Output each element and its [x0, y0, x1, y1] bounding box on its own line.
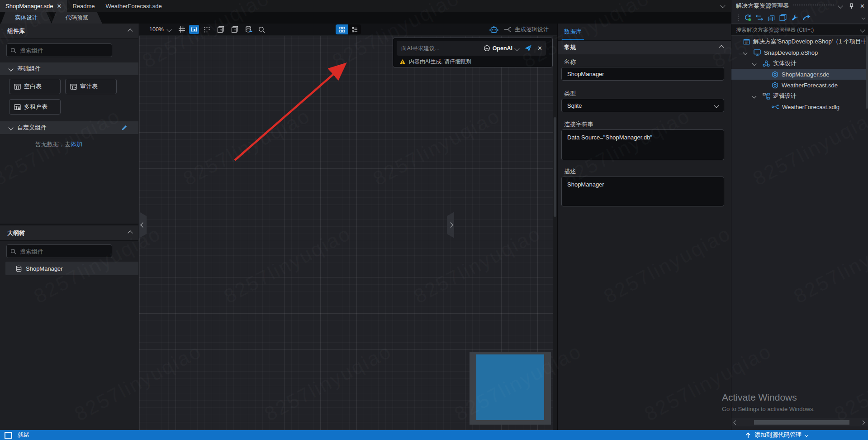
solution-icon	[743, 38, 750, 45]
subtab-code-preview[interactable]: 代码预览	[52, 12, 102, 24]
search-input[interactable]	[19, 248, 108, 255]
swap-arrows-icon[interactable]	[756, 14, 763, 21]
outline-tree-header[interactable]: 大纲树	[0, 225, 138, 241]
close-icon[interactable]: ✕	[537, 45, 542, 52]
section-general[interactable]: 常规	[558, 41, 731, 54]
send-icon[interactable]	[524, 44, 532, 52]
vertical-scrollbar[interactable]	[865, 36, 868, 416]
generate-logic-button[interactable]: 生成逻辑设计	[504, 24, 549, 35]
scrollbar-thumb[interactable]	[554, 117, 556, 217]
component-multitenant-table[interactable]: 多租户表	[9, 99, 61, 115]
name-input[interactable]	[561, 67, 724, 81]
status-bar: 就绪 添加到源代码管理	[0, 430, 868, 440]
entity-file-icon	[772, 71, 778, 78]
collapse-right-panel-handle[interactable]	[447, 212, 454, 238]
restore-layout-icon[interactable]	[5, 432, 12, 439]
list-view-button[interactable]	[348, 24, 361, 34]
minimap-viewport[interactable]	[476, 354, 544, 420]
tree-row-solution[interactable]: 解决方案'SnapDevelop.eShop'（1 个项目中的 1	[731, 36, 868, 47]
ai-prompt-field: OpenAI ✕	[397, 41, 546, 56]
copy-plus-icon	[217, 26, 224, 33]
design-canvas[interactable]: 100%	[139, 24, 557, 430]
warning-text: 内容由AI生成, 请仔细甄别	[409, 58, 471, 66]
expand-chevron-icon[interactable]	[752, 94, 757, 98]
ai-assistant-button[interactable]	[489, 24, 498, 35]
sync-icon[interactable]	[744, 14, 751, 21]
component-search	[6, 43, 112, 57]
horizontal-scrollbar[interactable]	[731, 418, 868, 426]
tree-row-entity-design[interactable]: 实体设计	[731, 58, 868, 69]
tree-row-logic-design[interactable]: 逻辑设计	[731, 91, 868, 101]
chevron-down-icon[interactable]	[860, 27, 865, 32]
minimap[interactable]	[470, 352, 551, 425]
tab-readme[interactable]: Readme	[67, 0, 100, 12]
scrollbar-thumb[interactable]	[866, 36, 868, 109]
document-tab-bar: ShopManager.sde ✕ Readme WeatherForecast…	[0, 0, 731, 12]
chevron-down-icon[interactable]	[838, 3, 843, 8]
section-basic-components[interactable]: 基础组件	[0, 62, 138, 75]
toolbar-overflow-chevron[interactable]	[862, 16, 865, 19]
jump-arrow-icon[interactable]	[803, 14, 811, 21]
tree-row-project[interactable]: SnapDevelop.eShop	[731, 47, 868, 58]
collapse-icon[interactable]	[719, 45, 724, 50]
app-window: ShopManager.sde ✕ Readme WeatherForecast…	[0, 0, 868, 440]
component-blank-table[interactable]: 空白表	[9, 79, 61, 94]
add-link[interactable]: 添加	[71, 141, 82, 148]
search-input[interactable]	[19, 47, 108, 54]
component-audit-table[interactable]: 审计表	[65, 79, 117, 94]
tab-database[interactable]: 数据库	[564, 28, 582, 36]
entity-design-icon	[763, 60, 770, 67]
chevron-down-icon	[8, 66, 13, 71]
list-view-icon	[352, 27, 358, 33]
ai-prompt-input[interactable]	[400, 45, 484, 52]
expand-chevron-icon[interactable]	[752, 61, 757, 66]
description-textarea[interactable]: ShopManager	[561, 177, 724, 206]
multi-tenant-table-icon	[14, 104, 21, 110]
tree-row-shopmanager-sde[interactable]: ShopManager.sde	[731, 69, 868, 80]
search-input[interactable]	[735, 26, 861, 33]
scroll-left-icon[interactable]	[734, 420, 738, 425]
section-custom-components[interactable]: 自定义组件	[0, 121, 138, 134]
grid-toggle-button[interactable]	[178, 24, 185, 35]
collapse-all-icon[interactable]	[768, 14, 775, 21]
drag-grip[interactable]	[793, 5, 834, 8]
close-icon[interactable]: ✕	[860, 3, 865, 10]
duplicate-remove-button[interactable]	[231, 24, 238, 35]
canvas-vertical-scrollbar[interactable]	[553, 36, 557, 430]
collapse-icon[interactable]	[128, 29, 133, 33]
outline-item-shopmanager[interactable]: ShopManager	[5, 262, 138, 275]
component-library-header[interactable]: 组件库	[0, 24, 138, 39]
tab-weatherforecast[interactable]: WeatherForecast.sde	[100, 0, 167, 12]
minimap-toggle-button[interactable]	[189, 25, 199, 34]
snap-grid-button[interactable]	[204, 24, 210, 35]
edit-pencil-icon[interactable]	[121, 124, 128, 131]
canvas-search-button[interactable]	[258, 24, 265, 35]
close-icon[interactable]: ✕	[57, 3, 62, 9]
card-view-button[interactable]	[336, 24, 348, 34]
pin-icon[interactable]	[849, 3, 854, 9]
tab-list-chevron-icon[interactable]	[720, 3, 725, 8]
collapse-icon[interactable]	[128, 230, 133, 235]
database-sync-button[interactable]	[245, 24, 252, 35]
tree-row-weatherforecast-sdlg[interactable]: WeatherForecast.sdlg	[731, 101, 868, 112]
subtab-entity-design[interactable]: 实体设计	[1, 12, 52, 24]
entity-file-icon	[772, 82, 778, 89]
connection-string-textarea[interactable]: Data Source="ShopManager.db"	[561, 129, 724, 160]
tab-shopmanager[interactable]: ShopManager.sde ✕	[0, 0, 67, 12]
type-select[interactable]: Sqlite	[561, 99, 724, 112]
scrollbar-thumb[interactable]	[754, 420, 849, 425]
tree-row-weatherforecast-sde[interactable]: WeatherForecast.sde	[731, 80, 868, 91]
source-control-button[interactable]: 添加到源代码管理	[745, 431, 808, 439]
duplicate-add-button[interactable]	[217, 24, 224, 35]
collapse-left-panel-handle[interactable]	[139, 212, 147, 238]
copy-files-icon[interactable]	[779, 14, 787, 21]
database-sync-icon	[245, 26, 252, 33]
copy-minus-icon	[231, 26, 238, 33]
expand-chevron-icon[interactable]	[743, 50, 748, 55]
designer-subtab-bar: 实体设计 代码预览	[0, 12, 731, 24]
zoom-select[interactable]: 100%	[149, 24, 171, 35]
scroll-right-icon[interactable]	[861, 420, 865, 425]
wrench-icon[interactable]	[791, 14, 798, 21]
provider-chevron-icon[interactable]	[514, 46, 519, 51]
tab-label: ShopManager.sde	[5, 3, 53, 10]
